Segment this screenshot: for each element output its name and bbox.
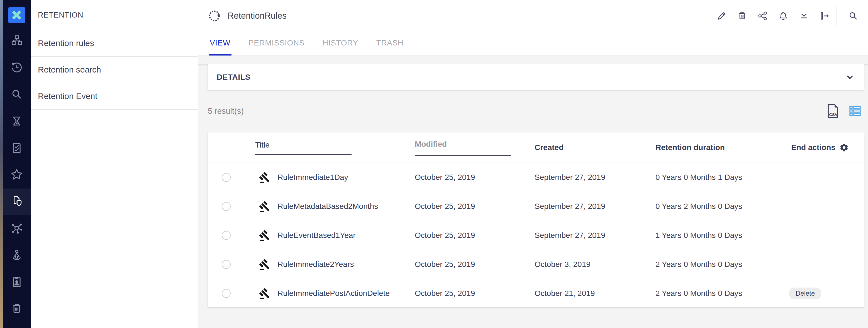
hourglass-icon bbox=[10, 115, 23, 128]
row-retention-duration: 0 Years 0 Months 1 Days bbox=[655, 173, 789, 182]
row-created-date: September 27, 2019 bbox=[534, 202, 655, 211]
menu-item-retention-search[interactable]: Retention search bbox=[31, 57, 198, 83]
table-view-icon[interactable] bbox=[849, 106, 861, 116]
sidebar-item-search[interactable] bbox=[3, 81, 31, 108]
sidebar-item-workflow[interactable] bbox=[3, 215, 31, 242]
workflow-icon bbox=[10, 222, 23, 236]
page-title: RetentionRules bbox=[227, 11, 287, 21]
row-retention-duration: 1 Years 0 Months 0 Days bbox=[655, 231, 789, 240]
table-row[interactable]: RuleImmediate1Day October 25, 2019 Septe… bbox=[208, 163, 864, 192]
row-retention-duration: 2 Years 0 Months 0 Days bbox=[655, 260, 789, 269]
menu-item-retention-event[interactable]: Retention Event bbox=[31, 83, 198, 110]
menu-item-retention-rules[interactable]: Retention rules bbox=[31, 30, 198, 57]
sidebar-item-trash[interactable] bbox=[3, 296, 31, 322]
sidebar-item-browse[interactable] bbox=[3, 28, 31, 55]
dotted-circle-folder-icon bbox=[208, 9, 221, 23]
row-select-radio[interactable] bbox=[222, 260, 231, 269]
retention-menu-panel: RETENTION Retention rules Retention sear… bbox=[31, 0, 198, 328]
notifications-bell-icon[interactable] bbox=[773, 0, 794, 32]
row-title[interactable]: RuleMetadataBased2Months bbox=[277, 202, 415, 211]
row-modified-date: October 25, 2019 bbox=[415, 173, 534, 182]
nuxeo-logo[interactable] bbox=[8, 7, 25, 23]
row-title[interactable]: RuleImmediate1Day bbox=[277, 173, 415, 182]
table-body: RuleImmediate1Day October 25, 2019 Septe… bbox=[208, 163, 864, 307]
row-modified-date: October 25, 2019 bbox=[415, 202, 534, 211]
details-section: DETAILS bbox=[208, 64, 864, 90]
gavel-icon bbox=[250, 229, 277, 242]
tab-history[interactable]: HISTORY bbox=[321, 32, 359, 55]
table-row[interactable]: RuleMetadataBased2Months October 25, 201… bbox=[208, 192, 864, 221]
sidebar-item-favorites[interactable] bbox=[3, 162, 31, 189]
row-created-date: October 3, 2019 bbox=[534, 260, 655, 269]
view-content: DETAILS 5 result(s) CSV bbox=[198, 64, 868, 328]
column-header-end-actions[interactable]: End actions bbox=[789, 143, 839, 152]
column-header-created[interactable]: Created bbox=[534, 143, 655, 152]
end-action-chip: Delete bbox=[789, 288, 821, 299]
table-row[interactable]: RuleImmediate2Years October 25, 2019 Oct… bbox=[208, 250, 864, 279]
share-icon[interactable] bbox=[752, 0, 773, 32]
search-icon[interactable] bbox=[838, 0, 868, 32]
column-header-modified[interactable]: Modified bbox=[415, 140, 534, 156]
retention-app-window: RETENTION Retention rules Retention sear… bbox=[0, 0, 868, 328]
gavel-icon bbox=[250, 287, 277, 300]
chevron-down-icon[interactable] bbox=[845, 72, 855, 82]
row-retention-duration: 2 Years 0 Months 0 Days bbox=[655, 289, 789, 298]
profile-clipboard-icon bbox=[10, 276, 23, 289]
table-row[interactable]: RuleImmediatePostActionDelete October 25… bbox=[208, 279, 864, 307]
document-tabs: VIEW PERMISSIONS HISTORY TRASH bbox=[198, 32, 868, 56]
table-header-row: Title Modified Created Retention duratio… bbox=[208, 133, 864, 163]
row-select-radio[interactable] bbox=[222, 289, 231, 298]
delete-icon[interactable] bbox=[732, 0, 752, 32]
results-count: 5 result(s) bbox=[208, 107, 244, 116]
tab-view[interactable]: VIEW bbox=[209, 32, 231, 55]
gavel-icon bbox=[250, 200, 277, 213]
favorites-star-icon bbox=[10, 168, 23, 182]
row-select-radio[interactable] bbox=[222, 202, 231, 211]
tab-permissions[interactable]: PERMISSIONS bbox=[247, 32, 306, 55]
sidebar-item-retention[interactable] bbox=[3, 189, 31, 215]
retention-shield-doc-icon bbox=[10, 195, 23, 209]
column-header-retention-duration[interactable]: Retention duration bbox=[655, 143, 789, 152]
sidebar-item-pending[interactable] bbox=[3, 108, 31, 135]
csv-export-icon[interactable]: CSV bbox=[827, 104, 839, 118]
row-title[interactable]: RuleImmediatePostActionDelete bbox=[277, 289, 415, 298]
row-title[interactable]: RuleEventBased1Year bbox=[277, 231, 415, 240]
svg-text:CSV: CSV bbox=[829, 112, 837, 117]
results-icons: CSV bbox=[827, 104, 864, 118]
personal-space-icon bbox=[10, 249, 23, 262]
row-select-radio[interactable] bbox=[222, 231, 231, 240]
sidebar-item-tasks[interactable] bbox=[3, 135, 31, 162]
row-modified-date: October 25, 2019 bbox=[415, 231, 534, 240]
row-modified-date: October 25, 2019 bbox=[415, 289, 534, 298]
export-icon[interactable] bbox=[814, 0, 835, 32]
main-area: RetentionRules VIEW PERMISSIONS HISTORY … bbox=[198, 0, 868, 328]
search-icon bbox=[10, 88, 23, 102]
details-heading: DETAILS bbox=[217, 73, 250, 82]
row-end-actions: Delete bbox=[789, 288, 839, 299]
trash-icon bbox=[10, 302, 23, 316]
document-header: RetentionRules bbox=[198, 0, 868, 32]
desktop-background-strip bbox=[0, 0, 3, 328]
row-title[interactable]: RuleImmediate2Years bbox=[277, 260, 415, 269]
panel-title: RETENTION bbox=[31, 0, 198, 30]
gavel-icon bbox=[250, 258, 277, 271]
row-select-radio[interactable] bbox=[222, 173, 231, 182]
edit-icon[interactable] bbox=[711, 0, 732, 32]
sidebar-item-profile[interactable] bbox=[3, 269, 31, 296]
sidebar-item-recent-history[interactable] bbox=[3, 55, 31, 81]
tasks-icon bbox=[10, 142, 23, 155]
column-header-title[interactable]: Title bbox=[250, 141, 415, 155]
icon-rail bbox=[3, 0, 31, 328]
sidebar-item-personal-space[interactable] bbox=[3, 242, 31, 269]
history-icon bbox=[10, 61, 23, 75]
gavel-icon bbox=[250, 171, 277, 184]
download-icon[interactable] bbox=[794, 0, 814, 32]
table-row[interactable]: RuleEventBased1Year October 25, 2019 Sep… bbox=[208, 221, 864, 250]
gear-icon[interactable] bbox=[839, 143, 864, 152]
row-created-date: October 21, 2019 bbox=[534, 289, 655, 298]
results-table: Title Modified Created Retention duratio… bbox=[208, 133, 864, 307]
row-created-date: September 27, 2019 bbox=[534, 173, 655, 182]
tab-trash[interactable]: TRASH bbox=[375, 32, 405, 55]
row-created-date: September 27, 2019 bbox=[534, 231, 655, 240]
results-toolbar: 5 result(s) CSV bbox=[208, 104, 864, 118]
